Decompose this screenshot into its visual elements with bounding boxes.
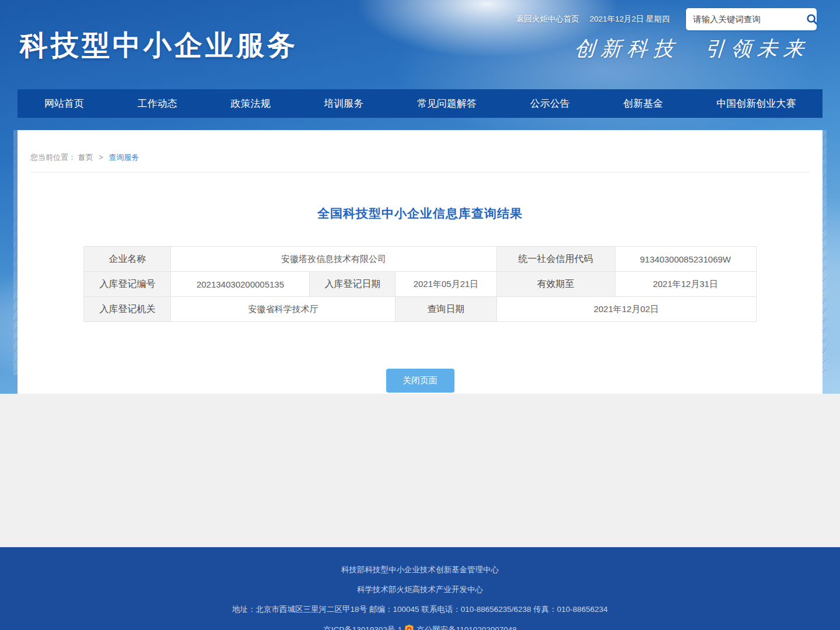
police-badge-icon	[404, 624, 414, 630]
header-top-bar: 返回火炬中心首页 2021年12月2日 星期四	[516, 8, 817, 30]
registration-date-value: 2021年05月21日	[396, 272, 496, 297]
nav-item-training[interactable]: 培训服务	[318, 89, 369, 118]
footer-contact-line: 地址：北京市西城区三里河二区甲18号 邮编：100045 联系电话：010-88…	[0, 604, 840, 615]
nav-item-work-news[interactable]: 工作动态	[132, 89, 183, 118]
registration-date-label: 入库登记日期	[310, 272, 396, 297]
query-date-label: 查询日期	[396, 297, 496, 322]
table-row: 企业名称 安徽塔孜信息技术有限公司 统一社会信用代码 9134030008523…	[84, 247, 756, 272]
search-box	[686, 8, 817, 30]
breadcrumb-home-link[interactable]: 首页	[78, 153, 93, 162]
valid-until-label: 有效期至	[496, 272, 615, 297]
company-name-label: 企业名称	[84, 247, 171, 272]
company-name-value: 安徽塔孜信息技术有限公司	[171, 247, 496, 272]
nav-item-competition[interactable]: 中国创新创业大赛	[710, 89, 802, 118]
nav-item-policies[interactable]: 政策法规	[225, 89, 276, 118]
nav-item-announcements[interactable]: 公示公告	[524, 89, 576, 118]
credit-code-value: 91340300085231069W	[615, 247, 756, 272]
search-icon	[806, 13, 817, 26]
nav-item-innovation-fund[interactable]: 创新基金	[617, 89, 668, 118]
nav-item-faq[interactable]: 常见问题解答	[411, 89, 482, 118]
registration-authority-label: 入库登记机关	[84, 297, 171, 322]
registration-number-label: 入库登记编号	[84, 272, 171, 297]
close-page-button[interactable]: 关闭页面	[386, 369, 454, 393]
table-row: 入库登记编号 202134030200005135 入库登记日期 2021年05…	[84, 272, 756, 297]
valid-until-value: 2021年12月31日	[615, 272, 756, 297]
return-torch-home-link[interactable]: 返回火炬中心首页	[516, 8, 579, 30]
footer-org-line-1: 科技部科技型中小企业技术创新基金管理中心	[0, 565, 840, 575]
footer-org-line-2: 科学技术部火炬高技术产业开发中心	[0, 584, 840, 595]
result-table: 企业名称 安徽塔孜信息技术有限公司 统一社会信用代码 9134030008523…	[83, 246, 756, 322]
breadcrumb-prefix: 您当前位置：	[30, 153, 76, 162]
slogan-text: 创新科技 引领未来	[573, 35, 810, 62]
page-title: 全国科技型中小企业信息库查询结果	[18, 205, 822, 222]
nav-item-home[interactable]: 网站首页	[38, 89, 90, 118]
page: 返回火炬中心首页 2021年12月2日 星期四 科技型中小企业服务 创新科技 引…	[0, 0, 840, 630]
query-date-value: 2021年12月02日	[496, 297, 756, 322]
credit-code-label: 统一社会信用代码	[496, 247, 615, 272]
police-number-link[interactable]: 京公网安备11010202007048	[416, 625, 517, 630]
site-title: 科技型中小企业服务	[20, 27, 298, 64]
site-header: 返回火炬中心首页 2021年12月2日 星期四 科技型中小企业服务 创新科技 引…	[0, 0, 840, 89]
breadcrumb: 您当前位置： 首页 > 查询服务	[30, 130, 810, 173]
icp-number-link[interactable]: 京ICP备13019302号-1	[323, 625, 402, 630]
content-card: 您当前位置： 首页 > 查询服务 全国科技型中小企业信息库查询结果 企业名称 安…	[18, 130, 822, 394]
page-footer: 科技部科技型中小企业技术创新基金管理中心 科学技术部火炬高技术产业开发中心 地址…	[0, 547, 840, 630]
registration-number-value: 202134030200005135	[171, 272, 310, 297]
footer-icp-line: 京ICP备13019302号-1 京公网安备11010202007048	[0, 624, 840, 630]
current-date: 2021年12月2日 星期四	[590, 8, 670, 30]
table-row: 入库登记机关 安徽省科学技术厅 查询日期 2021年12月02日	[84, 297, 756, 322]
registration-authority-value: 安徽省科学技术厅	[171, 297, 396, 322]
search-button[interactable]	[806, 8, 817, 30]
button-row: 关闭页面	[18, 369, 822, 393]
breadcrumb-current-link[interactable]: 查询服务	[108, 153, 139, 162]
search-input[interactable]	[686, 8, 806, 30]
breadcrumb-separator: >	[99, 153, 103, 162]
main-nav: 网站首页 工作动态 政策法规 培训服务 常见问题解答 公示公告 创新基金 中国创…	[18, 89, 822, 118]
